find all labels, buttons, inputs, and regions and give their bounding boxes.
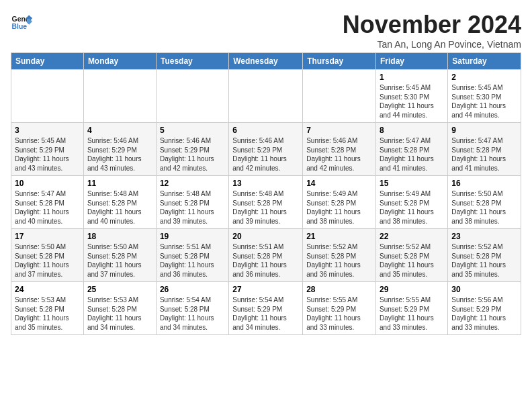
weekday-header-friday: Friday [376,53,448,70]
calendar-cell: 11Sunrise: 5:48 AM Sunset: 5:28 PM Dayli… [83,176,156,229]
calendar-cell [83,70,156,123]
calendar-cell: 27Sunrise: 5:54 AM Sunset: 5:29 PM Dayli… [229,282,303,335]
weekday-header-monday: Monday [83,53,156,70]
day-number: 9 [451,126,517,135]
calendar-table: SundayMondayTuesdayWednesdayThursdayFrid… [11,52,521,335]
calendar-cell: 23Sunrise: 5:52 AM Sunset: 5:28 PM Dayli… [448,229,521,282]
day-info: Sunrise: 5:48 AM Sunset: 5:28 PM Dayligh… [87,189,152,226]
day-info: Sunrise: 5:46 AM Sunset: 5:29 PM Dayligh… [160,136,225,173]
day-info: Sunrise: 5:45 AM Sunset: 5:30 PM Dayligh… [451,83,517,120]
day-info: Sunrise: 5:53 AM Sunset: 5:28 PM Dayligh… [87,295,152,332]
calendar-cell: 17Sunrise: 5:50 AM Sunset: 5:28 PM Dayli… [11,229,84,282]
day-info: Sunrise: 5:49 AM Sunset: 5:28 PM Dayligh… [380,189,444,226]
month-title: November 2024 [343,11,521,39]
title-block: November 2024 Tan An, Long An Povince, V… [343,11,521,50]
calendar-cell [11,70,84,123]
day-number: 14 [306,179,372,188]
day-info: Sunrise: 5:45 AM Sunset: 5:29 PM Dayligh… [15,136,80,173]
weekday-header-sunday: Sunday [11,53,84,70]
logo-icon: General Blue [11,11,32,32]
page-header: General Blue November 2024 Tan An, Long … [11,11,521,50]
day-info: Sunrise: 5:45 AM Sunset: 5:30 PM Dayligh… [380,83,444,120]
day-number: 18 [87,232,152,241]
logo: General Blue [11,11,32,32]
day-number: 11 [87,179,152,188]
calendar-cell: 19Sunrise: 5:51 AM Sunset: 5:28 PM Dayli… [156,229,228,282]
calendar-cell: 21Sunrise: 5:52 AM Sunset: 5:28 PM Dayli… [303,229,376,282]
day-info: Sunrise: 5:48 AM Sunset: 5:28 PM Dayligh… [160,189,225,226]
calendar-cell: 25Sunrise: 5:53 AM Sunset: 5:28 PM Dayli… [83,282,156,335]
day-info: Sunrise: 5:54 AM Sunset: 5:29 PM Dayligh… [232,295,299,332]
calendar-cell: 6Sunrise: 5:46 AM Sunset: 5:29 PM Daylig… [229,123,303,176]
day-number: 25 [87,285,152,294]
calendar-cell: 2Sunrise: 5:45 AM Sunset: 5:30 PM Daylig… [448,70,521,123]
day-info: Sunrise: 5:53 AM Sunset: 5:28 PM Dayligh… [15,295,80,332]
calendar-cell [156,70,228,123]
calendar-cell: 16Sunrise: 5:50 AM Sunset: 5:28 PM Dayli… [448,176,521,229]
day-info: Sunrise: 5:50 AM Sunset: 5:28 PM Dayligh… [87,242,152,279]
day-number: 24 [15,285,80,294]
day-number: 4 [87,126,152,135]
weekday-header-wednesday: Wednesday [229,53,303,70]
calendar-cell: 15Sunrise: 5:49 AM Sunset: 5:28 PM Dayli… [376,176,448,229]
calendar-cell: 22Sunrise: 5:52 AM Sunset: 5:28 PM Dayli… [376,229,448,282]
calendar-cell: 8Sunrise: 5:47 AM Sunset: 5:28 PM Daylig… [376,123,448,176]
day-info: Sunrise: 5:46 AM Sunset: 5:29 PM Dayligh… [87,136,152,173]
day-number: 21 [306,232,372,241]
day-number: 2 [451,73,517,82]
day-info: Sunrise: 5:52 AM Sunset: 5:28 PM Dayligh… [380,242,444,279]
calendar-cell: 7Sunrise: 5:46 AM Sunset: 5:28 PM Daylig… [303,123,376,176]
calendar-cell: 24Sunrise: 5:53 AM Sunset: 5:28 PM Dayli… [11,282,84,335]
calendar-cell: 1Sunrise: 5:45 AM Sunset: 5:30 PM Daylig… [376,70,448,123]
calendar-cell: 9Sunrise: 5:47 AM Sunset: 5:28 PM Daylig… [448,123,521,176]
day-number: 1 [380,73,444,82]
day-info: Sunrise: 5:48 AM Sunset: 5:28 PM Dayligh… [232,189,299,226]
calendar-week-row: 3Sunrise: 5:45 AM Sunset: 5:29 PM Daylig… [11,123,521,176]
weekday-header-row: SundayMondayTuesdayWednesdayThursdayFrid… [11,53,521,70]
calendar-cell: 28Sunrise: 5:55 AM Sunset: 5:29 PM Dayli… [303,282,376,335]
day-info: Sunrise: 5:46 AM Sunset: 5:29 PM Dayligh… [232,136,299,173]
weekday-header-thursday: Thursday [303,53,376,70]
calendar-cell: 13Sunrise: 5:48 AM Sunset: 5:28 PM Dayli… [229,176,303,229]
day-info: Sunrise: 5:55 AM Sunset: 5:29 PM Dayligh… [380,295,444,332]
day-number: 22 [380,232,444,241]
calendar-cell: 4Sunrise: 5:46 AM Sunset: 5:29 PM Daylig… [83,123,156,176]
day-number: 7 [306,126,372,135]
calendar-week-row: 1Sunrise: 5:45 AM Sunset: 5:30 PM Daylig… [11,70,521,123]
calendar-cell: 30Sunrise: 5:56 AM Sunset: 5:29 PM Dayli… [448,282,521,335]
calendar-cell: 5Sunrise: 5:46 AM Sunset: 5:29 PM Daylig… [156,123,228,176]
day-info: Sunrise: 5:50 AM Sunset: 5:28 PM Dayligh… [451,189,517,226]
day-number: 15 [380,179,444,188]
day-number: 3 [15,126,80,135]
day-number: 27 [232,285,299,294]
day-number: 6 [232,126,299,135]
calendar-week-row: 24Sunrise: 5:53 AM Sunset: 5:28 PM Dayli… [11,282,521,335]
calendar-week-row: 17Sunrise: 5:50 AM Sunset: 5:28 PM Dayli… [11,229,521,282]
day-number: 16 [451,179,517,188]
calendar-cell: 29Sunrise: 5:55 AM Sunset: 5:29 PM Dayli… [376,282,448,335]
calendar-cell: 18Sunrise: 5:50 AM Sunset: 5:28 PM Dayli… [83,229,156,282]
day-number: 20 [232,232,299,241]
weekday-header-tuesday: Tuesday [156,53,228,70]
day-number: 5 [160,126,225,135]
day-number: 29 [380,285,444,294]
day-info: Sunrise: 5:50 AM Sunset: 5:28 PM Dayligh… [15,242,80,279]
day-number: 17 [15,232,80,241]
day-info: Sunrise: 5:47 AM Sunset: 5:28 PM Dayligh… [15,189,80,226]
day-info: Sunrise: 5:52 AM Sunset: 5:28 PM Dayligh… [306,242,372,279]
day-number: 26 [160,285,225,294]
day-number: 8 [380,126,444,135]
day-info: Sunrise: 5:52 AM Sunset: 5:28 PM Dayligh… [451,242,517,279]
day-info: Sunrise: 5:51 AM Sunset: 5:28 PM Dayligh… [232,242,299,279]
calendar-cell [303,70,376,123]
day-number: 10 [15,179,80,188]
weekday-header-saturday: Saturday [448,53,521,70]
calendar-week-row: 10Sunrise: 5:47 AM Sunset: 5:28 PM Dayli… [11,176,521,229]
day-info: Sunrise: 5:47 AM Sunset: 5:28 PM Dayligh… [380,136,444,173]
day-info: Sunrise: 5:55 AM Sunset: 5:29 PM Dayligh… [306,295,372,332]
calendar-cell [229,70,303,123]
day-info: Sunrise: 5:46 AM Sunset: 5:28 PM Dayligh… [306,136,372,173]
day-info: Sunrise: 5:47 AM Sunset: 5:28 PM Dayligh… [451,136,517,173]
day-info: Sunrise: 5:49 AM Sunset: 5:28 PM Dayligh… [306,189,372,226]
location-subtitle: Tan An, Long An Povince, Vietnam [343,39,521,50]
